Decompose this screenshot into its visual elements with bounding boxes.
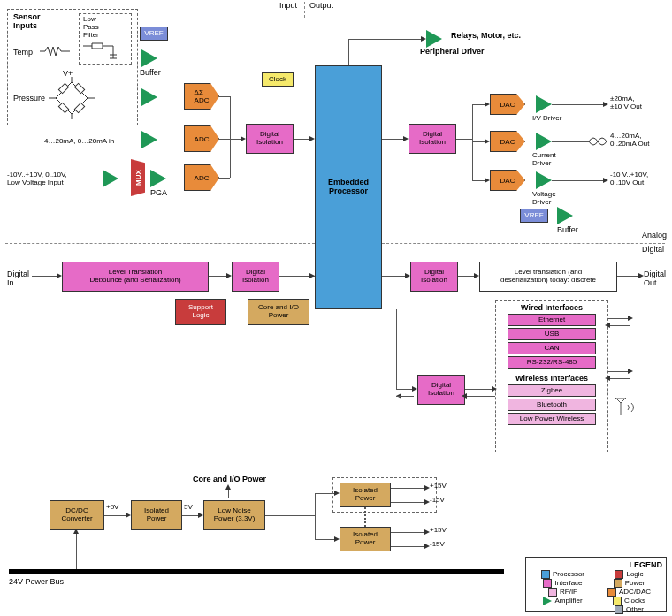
svg-rect-3 [74, 103, 84, 112]
bluetooth-block: Bluetooth [508, 399, 596, 411]
pga-label: PGA [150, 189, 167, 198]
vref-out-block: VREF [520, 209, 548, 223]
wire [219, 139, 230, 140]
sensor-inputs-label: Sensor Inputs [13, 13, 41, 31]
low-pass-filter-group: Low Pass Filter [79, 13, 132, 65]
iv-driver-label: I/V Driver [532, 115, 561, 123]
wire [617, 276, 640, 277]
wire [348, 39, 421, 40]
dac-1: DAC [490, 94, 525, 115]
iv-driver-amp-icon [536, 95, 552, 113]
arrow-icon [225, 484, 231, 490]
temp-symbol-icon [40, 43, 72, 59]
wire [608, 325, 630, 326]
legend-clocks: Clocks [596, 597, 662, 605]
buffer-out-amp-icon [557, 207, 573, 224]
wire [230, 139, 241, 140]
arrow-icon [603, 178, 608, 183]
digital-isolation-dout: Digital Isolation [410, 262, 458, 292]
wire [465, 389, 495, 390]
legend-amplifier: Amplifier [530, 597, 596, 605]
arrow-icon [628, 316, 633, 321]
svg-rect-2 [58, 103, 68, 112]
wire [391, 546, 426, 547]
out-20ma-label: ±20mA, ±10 V Out [610, 95, 642, 111]
low-noise-power-block: Low Noise Power (3.3V) [203, 500, 265, 530]
output-heading: Output [309, 2, 333, 11]
legend-processor: Processor [530, 570, 596, 579]
zigbee-block: Zigbee [508, 384, 596, 397]
temp-label: Temp [13, 49, 33, 57]
analog-digital-divider-r [382, 243, 665, 244]
isolated-power-3: Isolated Power [340, 527, 391, 551]
wire [458, 276, 476, 277]
wire [396, 309, 397, 389]
input-range1-label: 4…20mA, 0…20mA in [44, 138, 114, 146]
amp-1-icon [141, 88, 157, 106]
arrow-icon [462, 393, 467, 399]
wire [396, 396, 414, 397]
out-10v-label: -10 V..+10V, 0..10V Out [610, 171, 648, 187]
wire [265, 515, 315, 516]
twisted-pair-icon [589, 134, 608, 148]
wire [472, 104, 473, 180]
interfaces-group: Wired Interfaces Ethernet USB CAN RS-232… [495, 300, 608, 452]
mux-block: MUX [131, 159, 145, 196]
plus15v-2: +15V [430, 527, 447, 535]
wire [104, 515, 127, 516]
wire [552, 180, 605, 181]
buffer-amp-icon [141, 49, 157, 67]
embedded-processor-block: Embedded Processor [315, 65, 382, 309]
minus15v-2: -15V [430, 541, 445, 549]
wire [382, 139, 405, 140]
out-420ma-label: 4…20mA, 0..20mA Out [610, 133, 649, 148]
voltage-driver-amp-icon [536, 171, 552, 189]
clock-block: Clock [262, 72, 294, 87]
legend-rfif: RF/IF [530, 588, 596, 597]
relays-label: Relays, Motor, etc. [451, 32, 521, 41]
support-logic-block: Support Logic [175, 299, 226, 325]
5v-label: 5V [184, 504, 193, 512]
svg-rect-1 [74, 83, 84, 93]
arrow-icon [628, 369, 633, 374]
peripheral-driver-label: Peripheral Driver [420, 48, 485, 57]
power-bus-label: 24V Power Bus [9, 578, 64, 587]
wire [608, 371, 630, 372]
rs-block: RS-232/RS-485 [508, 356, 596, 369]
minus15v-1: -15V [430, 497, 445, 505]
analog-digital-divider-l [5, 243, 315, 244]
dcdc-block: DC/DC Converter [50, 500, 104, 530]
wire [456, 139, 472, 140]
pressure-label: Pressure [13, 95, 45, 103]
wire [182, 515, 200, 516]
current-driver-label: Current Driver [532, 152, 556, 168]
level-translation-out-block: Level translation (and deserialization) … [479, 262, 617, 292]
level-translation-in-block: Level Translation Debounce (and Serializ… [62, 262, 209, 292]
digital-isolation-din: Digital Isolation [232, 262, 279, 292]
amp-2-icon [141, 131, 157, 148]
wire [315, 493, 316, 539]
wire [391, 502, 426, 503]
legend-adcdac: ADC/DAC [596, 588, 662, 597]
wired-heading: Wired Interfaces [496, 303, 607, 312]
wire [294, 139, 311, 140]
plus5v-1: +5V [106, 504, 118, 512]
antenna-icon [614, 398, 640, 417]
legend-title: LEGEND [629, 561, 662, 570]
legend-interface: Interface [530, 579, 596, 588]
wire [219, 96, 230, 97]
plus15v-1: +15V [430, 483, 447, 491]
arrow-icon [73, 529, 79, 534]
core-io-power-block: Core and I/O Power [248, 299, 309, 325]
digital-out-label: Digital Out [644, 270, 666, 288]
digital-isolation-in: Digital Isolation [246, 124, 294, 154]
voltage-driver-label: Voltage Driver [532, 191, 556, 207]
amp-3-icon [103, 170, 118, 187]
core-io-power-header: Core and I/O Power [193, 475, 266, 484]
wire [396, 389, 414, 390]
wire [382, 276, 407, 277]
usb-block: USB [508, 328, 596, 340]
arrow-icon [603, 102, 608, 107]
arrow-icon [605, 323, 610, 328]
wire [209, 276, 228, 277]
